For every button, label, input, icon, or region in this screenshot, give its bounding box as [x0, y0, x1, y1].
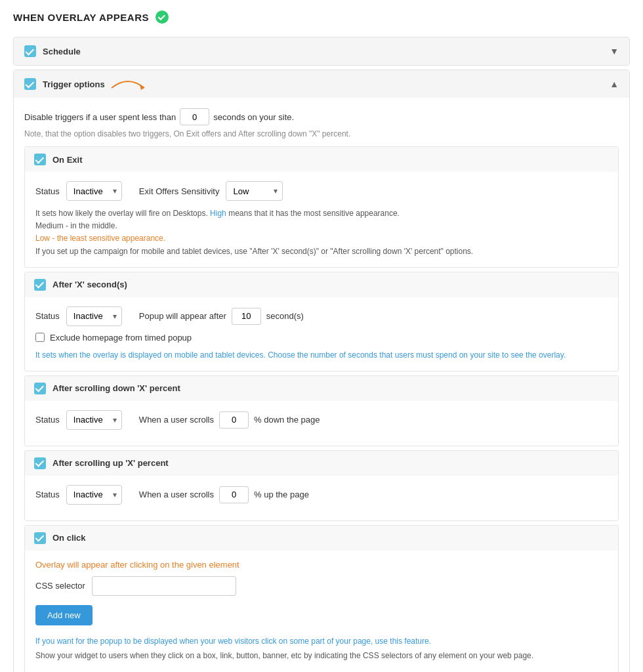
- scroll-down-suffix: % down the page: [254, 415, 320, 425]
- after-scrolling-up-title: After scrolling up 'X' percent: [52, 458, 169, 468]
- trigger-options-section: Trigger options ▲ Disable triggers if a …: [13, 70, 630, 672]
- css-selector-input[interactable]: [92, 576, 236, 596]
- trigger-check-icon: [24, 78, 36, 90]
- after-scroll-down-status-label: Status: [35, 415, 60, 425]
- trigger-options-body: Disable triggers if a user spent less th…: [14, 98, 629, 672]
- on-click-header[interactable]: On click: [25, 526, 618, 551]
- status-indicator: [156, 10, 169, 24]
- css-selector-row: CSS selector: [35, 576, 608, 596]
- schedule-section: Schedule ▼: [13, 37, 630, 66]
- scroll-up-value-input[interactable]: [219, 486, 249, 503]
- on-click-body: Overlay will appear after clicking on th…: [25, 551, 618, 672]
- after-x-title: After 'X' second(s): [52, 280, 127, 289]
- add-new-button[interactable]: Add new: [35, 605, 93, 625]
- on-exit-section: On Exit Status Inactive Active Exit Offe…: [24, 146, 619, 268]
- schedule-check-icon: [24, 45, 36, 57]
- on-exit-title: On Exit: [52, 155, 83, 165]
- after-scrolling-down-title: After scrolling down 'X' percent: [52, 383, 180, 393]
- scroll-down-prefix: When a user scrolls: [139, 415, 214, 425]
- after-scroll-up-select-wrapper: Inactive Active: [66, 485, 122, 505]
- popup-appear-suffix: second(s): [266, 311, 304, 321]
- after-x-seconds-header[interactable]: After 'X' second(s): [25, 272, 618, 297]
- disable-trigger-input[interactable]: [180, 108, 209, 125]
- disable-trigger-row: Disable triggers if a user spent less th…: [24, 108, 619, 125]
- scroll-down-amount-row: When a user scrolls % down the page: [139, 411, 320, 429]
- after-x-status-select[interactable]: Inactive Active: [66, 306, 122, 326]
- after-scroll-down-select-wrapper: Inactive Active: [66, 410, 122, 430]
- popup-appear-input[interactable]: [232, 308, 261, 325]
- after-x-body: Status Inactive Active Popup will appear…: [25, 297, 618, 371]
- popup-appear-label: Popup will appear after: [139, 311, 226, 321]
- after-x-status-select-wrapper: Inactive Active: [66, 306, 122, 326]
- after-scroll-down-check-icon: [34, 383, 46, 394]
- after-scrolling-down-header[interactable]: After scrolling down 'X' percent: [25, 376, 618, 401]
- scroll-up-suffix: % up the page: [254, 490, 309, 499]
- on-click-section: On click Overlay will appear after click…: [24, 525, 619, 672]
- on-exit-status-label: Status: [35, 186, 60, 196]
- on-exit-sensitivity-select-wrapper: Low Medium High: [226, 181, 283, 201]
- on-exit-status-select-wrapper: Inactive Active: [66, 181, 122, 201]
- after-scroll-down-status-select[interactable]: Inactive Active: [66, 410, 122, 430]
- after-x-status-row: Status Inactive Active Popup will appear…: [35, 306, 608, 326]
- scroll-up-amount-row: When a user scrolls % up the page: [139, 486, 309, 503]
- on-exit-status-select[interactable]: Inactive Active: [66, 181, 122, 201]
- after-scroll-up-status-label: Status: [35, 490, 60, 499]
- on-click-info: If you want for the popup to be displaye…: [35, 635, 608, 672]
- css-selector-label: CSS selector: [35, 581, 85, 591]
- on-click-title: On click: [52, 533, 86, 543]
- svg-marker-0: [140, 85, 144, 90]
- on-exit-header[interactable]: On Exit: [25, 147, 618, 172]
- on-exit-status-row: Status Inactive Active Exit Offers Sensi…: [35, 181, 608, 201]
- schedule-chevron-icon: ▼: [610, 46, 619, 56]
- page-title-text: WHEN OVERLAY APPEARS: [13, 12, 149, 23]
- on-exit-sensitivity-select[interactable]: Low Medium High: [226, 181, 283, 201]
- exclude-homepage-row: Exclude homepage from timed popup: [35, 333, 608, 343]
- on-exit-sensitivity-label: Exit Offers Sensitivity: [139, 186, 220, 196]
- disable-trigger-note: Note, that the option disables two trigg…: [24, 129, 619, 138]
- on-click-check-icon: [34, 532, 46, 544]
- after-x-seconds-section: After 'X' second(s) Status Inactive Acti…: [24, 272, 619, 371]
- on-exit-description: It sets how likely the overlay will fire…: [35, 207, 608, 258]
- after-scroll-up-status-select[interactable]: Inactive Active: [66, 485, 122, 505]
- disable-trigger-suffix: seconds on your site.: [213, 112, 294, 122]
- trigger-options-header[interactable]: Trigger options ▲: [14, 70, 629, 98]
- scroll-down-value-input[interactable]: [219, 411, 249, 429]
- schedule-title: Schedule: [43, 47, 81, 56]
- page-title: WHEN OVERLAY APPEARS: [13, 10, 630, 24]
- after-x-description: It sets when the overlay is displayed on…: [35, 349, 608, 362]
- disable-trigger-prefix: Disable triggers if a user spent less th…: [24, 112, 176, 122]
- scroll-up-prefix: When a user scrolls: [139, 490, 214, 499]
- annotation-arrow: [108, 78, 151, 98]
- after-scroll-down-status-row: Status Inactive Active When a user scrol…: [35, 410, 608, 430]
- trigger-options-title: Trigger options: [43, 79, 105, 89]
- on-exit-check-icon: [34, 154, 46, 165]
- after-x-status-label: Status: [35, 311, 60, 321]
- popup-appear-row: Popup will appear after second(s): [139, 308, 304, 325]
- after-scrolling-up-header[interactable]: After scrolling up 'X' percent: [25, 451, 618, 476]
- after-scrolling-down-body: Status Inactive Active When a user scrol…: [25, 401, 618, 446]
- exclude-homepage-checkbox[interactable]: [35, 333, 45, 342]
- after-scrolling-up-section: After scrolling up 'X' percent Status In…: [24, 450, 619, 521]
- after-scrolling-up-body: Status Inactive Active When a user scrol…: [25, 476, 618, 520]
- after-scrolling-down-section: After scrolling down 'X' percent Status …: [24, 375, 619, 446]
- on-exit-body: Status Inactive Active Exit Offers Sensi…: [25, 172, 618, 267]
- on-click-description: Overlay will appear after clicking on th…: [35, 560, 608, 570]
- exclude-homepage-label[interactable]: Exclude homepage from timed popup: [50, 333, 192, 343]
- after-x-check-icon: [34, 279, 46, 291]
- schedule-header[interactable]: Schedule ▼: [14, 37, 629, 65]
- trigger-options-chevron-icon: ▲: [610, 79, 619, 89]
- after-scroll-up-status-row: Status Inactive Active When a user scrol…: [35, 485, 608, 505]
- after-scroll-up-check-icon: [34, 457, 46, 469]
